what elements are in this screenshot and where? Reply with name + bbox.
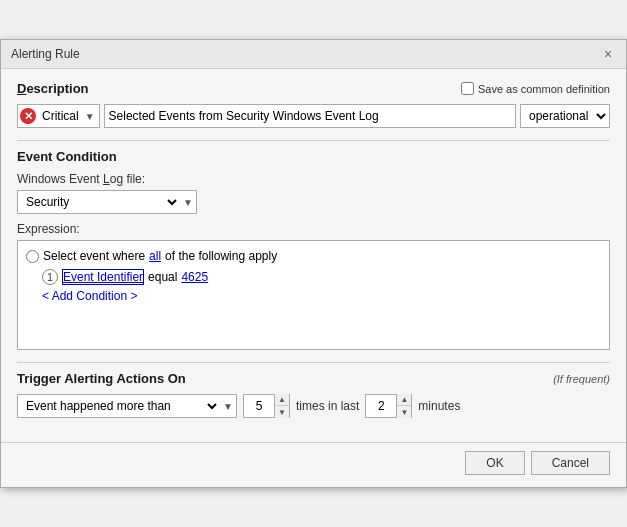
title-bar: Alerting Rule × <box>1 40 626 69</box>
add-condition-row: < Add Condition > <box>42 289 601 303</box>
expression-box: Select event where all of the following … <box>17 240 610 350</box>
description-top-row: DDescriptionescription Save as common de… <box>17 81 610 96</box>
divider-2 <box>17 362 610 363</box>
cancel-button[interactable]: Cancel <box>531 451 610 475</box>
log-file-select-wrap[interactable]: Security ▼ <box>17 190 197 214</box>
equal-text: equal <box>148 270 177 284</box>
severity-dropdown-arrow[interactable]: ▼ <box>83 111 97 122</box>
minutes-label: minutes <box>418 399 460 413</box>
alerting-rule-dialog: Alerting Rule × DDescriptionescription S… <box>0 39 627 488</box>
count-input[interactable] <box>366 395 396 417</box>
event-condition-title: Event Condition <box>17 149 117 164</box>
count-spin-up[interactable]: ▲ <box>397 394 411 406</box>
condition-number: 1 <box>42 269 58 285</box>
description-section: DDescriptionescription Save as common de… <box>17 81 610 128</box>
log-file-label: Windows Event Log file: <box>17 172 610 186</box>
close-button[interactable]: × <box>600 46 616 62</box>
severity-value: Critical <box>42 109 81 123</box>
times-label: times in last <box>296 399 359 413</box>
trigger-title: Trigger Alerting Actions On <box>17 371 186 386</box>
log-dropdown-arrow: ▼ <box>180 197 196 208</box>
of-following-text: of the following apply <box>165 249 277 263</box>
count-spin-arrows: ▲ ▼ <box>396 394 411 418</box>
severity-combo[interactable]: ✕ Critical ▼ <box>17 104 100 128</box>
event-happened-select-wrap[interactable]: Event happened more than ▼ <box>17 394 237 418</box>
trigger-top-row: Trigger Alerting Actions On (If frequent… <box>17 371 610 386</box>
type-select[interactable]: operational <box>521 105 609 127</box>
times-input[interactable] <box>244 395 274 417</box>
trigger-section: Trigger Alerting Actions On (If frequent… <box>17 371 610 418</box>
times-spin-up[interactable]: ▲ <box>275 394 289 406</box>
ok-button[interactable]: OK <box>465 451 524 475</box>
button-row: OK Cancel <box>1 442 626 487</box>
times-spinner[interactable]: ▲ ▼ <box>243 394 290 418</box>
save-common-label: Save as common definition <box>478 83 610 95</box>
event-dropdown-arrow: ▼ <box>220 401 236 412</box>
divider-1 <box>17 140 610 141</box>
count-spinner[interactable]: ▲ ▼ <box>365 394 412 418</box>
description-input-row: ✕ Critical ▼ operational <box>17 104 610 128</box>
times-spin-down[interactable]: ▼ <box>275 406 289 418</box>
event-happened-select[interactable]: Event happened more than <box>18 395 220 417</box>
all-link[interactable]: all <box>149 249 161 263</box>
save-common-checkbox[interactable] <box>461 82 474 95</box>
event-condition-section: Event Condition Windows Event Log file: … <box>17 149 610 350</box>
value-link[interactable]: 4625 <box>181 270 208 284</box>
radio-row: Select event where all of the following … <box>26 249 601 263</box>
if-frequent-label: (If frequent) <box>553 373 610 385</box>
condition-row-1: 1 Event Identifier equal 4625 <box>42 269 601 285</box>
type-combo[interactable]: operational <box>520 104 610 128</box>
count-spin-down[interactable]: ▼ <box>397 406 411 418</box>
description-title-D: D <box>17 81 26 96</box>
severity-icon: ✕ <box>20 108 36 124</box>
expression-label: Expression: <box>17 222 610 236</box>
radio-label-text: Select event where <box>43 249 145 263</box>
select-event-radio[interactable] <box>26 250 39 263</box>
description-title: DDescriptionescription <box>17 81 89 96</box>
description-name-input[interactable] <box>104 104 516 128</box>
log-file-select[interactable]: Security <box>18 191 180 213</box>
dialog-title: Alerting Rule <box>11 47 80 61</box>
add-condition-link[interactable]: < Add Condition > <box>42 289 137 303</box>
dialog-content: DDescriptionescription Save as common de… <box>1 69 626 442</box>
event-identifier-link[interactable]: Event Identifier <box>62 269 144 285</box>
times-spin-arrows: ▲ ▼ <box>274 394 289 418</box>
save-common-row: Save as common definition <box>461 82 610 95</box>
trigger-input-row: Event happened more than ▼ ▲ ▼ times in … <box>17 394 610 418</box>
